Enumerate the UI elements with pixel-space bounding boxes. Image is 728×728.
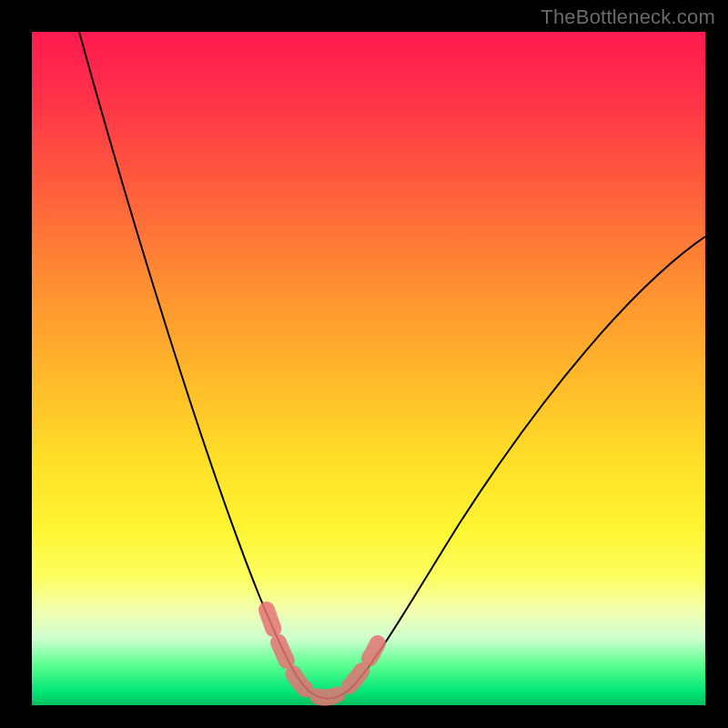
chart-overlay bbox=[32, 32, 705, 705]
chart-frame: TheBottleneck.com bbox=[0, 0, 728, 728]
watermark-text: TheBottleneck.com bbox=[541, 5, 715, 29]
optimal-range-marker bbox=[267, 610, 378, 698]
bottleneck-curve bbox=[79, 32, 705, 699]
